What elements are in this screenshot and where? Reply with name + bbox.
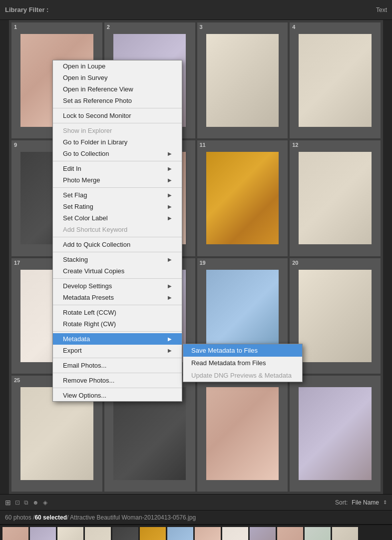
- sort-arrow[interactable]: ⇕: [383, 500, 387, 505]
- menu-item-go-collection[interactable]: Go to Collection▶: [53, 148, 182, 159]
- sort-value[interactable]: File Name: [352, 499, 379, 506]
- filmstrip-thumb[interactable]: [305, 527, 331, 540]
- map-icon[interactable]: ◈: [43, 499, 47, 506]
- menu-item-lock-monitor[interactable]: Lock to Second Monitor: [53, 110, 182, 121]
- menu-item-view-options[interactable]: View Options...: [53, 390, 182, 401]
- menu-item-set-reference[interactable]: Set as Reference Photo: [53, 95, 182, 106]
- cell-number: 19: [200, 260, 206, 266]
- menu-item-rotate-left[interactable]: Rotate Left (CCW): [53, 307, 182, 318]
- submenu-item-label: Update DNG Previews & Metadata: [191, 372, 292, 379]
- library-filter-title: Library Filter :: [5, 6, 376, 13]
- photo-cell[interactable]: 12: [290, 140, 381, 256]
- menu-item-label: Show in Explorer: [63, 127, 112, 134]
- filmstrip-thumb[interactable]: [277, 527, 303, 540]
- cell-number: 3: [200, 24, 203, 30]
- menu-item-rotate-right[interactable]: Rotate Right (CW): [53, 318, 182, 330]
- menu-item-stacking[interactable]: Stacking▶: [53, 254, 182, 265]
- cell-number: 2: [107, 24, 110, 30]
- photo-cell[interactable]: 11: [197, 140, 288, 256]
- filter-bar: ⊞ ⊡ ⧉ ☻ ◈ Sort: File Name ⇕: [0, 494, 392, 510]
- cell-number: 4: [292, 24, 295, 30]
- submenu-item-label: Save Metadata to Files: [191, 347, 258, 354]
- survey-icon[interactable]: ⊡: [15, 499, 20, 506]
- menu-item-go-folder[interactable]: Go to Folder in Library: [53, 136, 182, 148]
- menu-item-set-rating[interactable]: Set Rating▶: [53, 201, 182, 212]
- photo-cell[interactable]: 3: [197, 22, 288, 138]
- people-icon[interactable]: ☻: [32, 499, 39, 506]
- selected-count: 60 selected: [34, 514, 67, 521]
- menu-item-virtual-copies[interactable]: Create Virtual Copies: [53, 265, 182, 277]
- photo-thumbnail: [206, 152, 279, 244]
- grid-icon[interactable]: ⊞: [5, 499, 11, 507]
- cell-number: 11: [200, 142, 206, 148]
- menu-item-label: Open in Survey: [63, 74, 108, 81]
- cell-number: 17: [14, 260, 20, 266]
- menu-item-label: Metadata Presets: [63, 294, 114, 301]
- menu-item-edit-in[interactable]: Edit In▶: [53, 163, 182, 174]
- menu-item-show-explorer: Show in Explorer: [53, 125, 182, 136]
- submenu-item-read-metadata[interactable]: Read Metadata from Files: [183, 357, 302, 369]
- menu-separator: [53, 161, 182, 161]
- menu-separator: [53, 108, 182, 108]
- filmstrip-thumb[interactable]: [332, 527, 358, 540]
- menu-item-open-survey[interactable]: Open in Survey: [53, 72, 182, 83]
- menu-item-label: Set Rating: [63, 203, 93, 210]
- menu-item-open-loupe[interactable]: Open in Loupe: [53, 60, 182, 72]
- menu-item-label: Open in Loupe: [63, 62, 105, 70]
- submenu-item-update-dng: Update DNG Previews & Metadata: [183, 369, 302, 382]
- menu-item-set-flag[interactable]: Set Flag▶: [53, 189, 182, 201]
- menu-item-photo-merge[interactable]: Photo Merge▶: [53, 174, 182, 186]
- compare-icon[interactable]: ⧉: [24, 499, 28, 506]
- menu-item-set-color[interactable]: Set Color Label▶: [53, 212, 182, 224]
- menu-separator: [53, 187, 182, 188]
- menu-item-develop-settings[interactable]: Develop Settings▶: [53, 280, 182, 292]
- cell-number: 12: [292, 142, 298, 148]
- menu-item-export[interactable]: Export▶: [53, 345, 182, 356]
- menu-item-label: Develop Settings: [63, 282, 112, 290]
- filmstrip-thumb[interactable]: [30, 527, 56, 540]
- menu-separator: [53, 278, 182, 279]
- filmstrip-thumb[interactable]: [2, 527, 28, 540]
- photo-thumbnail: [299, 270, 371, 362]
- photo-cell[interactable]: 27: [197, 376, 288, 492]
- menu-item-open-reference[interactable]: Open in Reference View: [53, 83, 182, 95]
- photo-cell[interactable]: 28: [290, 376, 381, 492]
- submenu-arrow-icon: ▶: [168, 192, 172, 198]
- menu-separator: [53, 252, 182, 252]
- status-bar: 60 photos / 60 selected / Attractive Bea…: [0, 510, 392, 524]
- menu-item-label: Open in Reference View: [63, 85, 133, 93]
- menu-item-add-quick[interactable]: Add to Quick Collection: [53, 239, 182, 250]
- menu-item-label: Remove Photos...: [63, 377, 114, 384]
- filmstrip-thumb[interactable]: [57, 527, 83, 540]
- menu-separator: [53, 373, 182, 373]
- menu-separator: [53, 237, 182, 237]
- filmstrip-thumb[interactable]: [167, 527, 193, 540]
- filmstrip-thumb[interactable]: [140, 527, 166, 540]
- menu-item-label: Edit In: [63, 165, 81, 172]
- menu-item-email-photos[interactable]: Email Photos...: [53, 360, 182, 371]
- menu-item-metadata-presets[interactable]: Metadata Presets▶: [53, 292, 182, 303]
- photo-cell[interactable]: 4: [290, 22, 381, 138]
- filmstrip-thumb[interactable]: [250, 527, 276, 540]
- submenu-arrow-icon: ▶: [168, 166, 172, 171]
- cell-number: 20: [292, 260, 298, 266]
- filmstrip-thumb[interactable]: [222, 527, 248, 540]
- photo-thumbnail: [299, 152, 371, 244]
- menu-item-label: Go to Collection: [63, 150, 109, 157]
- text-label[interactable]: Text: [376, 6, 387, 13]
- menu-separator: [53, 358, 182, 358]
- cell-number: 1: [14, 24, 17, 30]
- filmstrip-thumb[interactable]: [112, 527, 138, 540]
- menu-separator: [53, 331, 182, 332]
- filmstrip-thumb[interactable]: [85, 527, 111, 540]
- menu-item-metadata[interactable]: Metadata▶: [53, 333, 182, 345]
- submenu-arrow-icon: ▶: [168, 295, 172, 300]
- photo-cell[interactable]: 20: [290, 258, 381, 374]
- menu-item-label: Set Flag: [63, 191, 87, 199]
- top-bar: Library Filter : Text: [0, 0, 392, 20]
- menu-item-remove-photos[interactable]: Remove Photos...: [53, 375, 182, 386]
- submenu-arrow-icon: ▶: [168, 151, 172, 156]
- filmstrip-thumb[interactable]: [195, 527, 221, 540]
- menu-separator: [53, 123, 182, 123]
- submenu-item-save-metadata[interactable]: Save Metadata to Files: [183, 344, 302, 357]
